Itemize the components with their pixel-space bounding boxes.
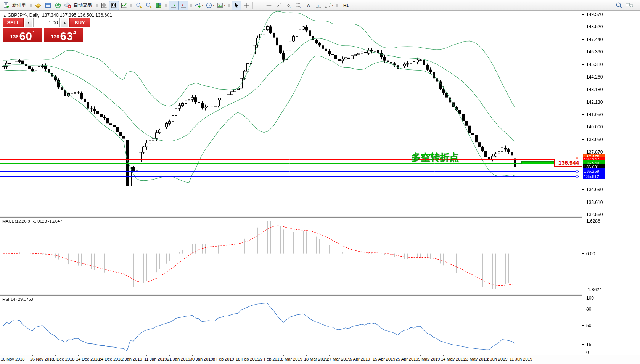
price-tick: 132.560 [582,212,603,217]
date-tick-mark [55,355,56,356]
date-tick-mark [78,355,79,356]
date-tick-mark [443,355,444,356]
turning-point-annotation[interactable]: 多空转折点 [411,151,459,164]
date-label: 24 Dec 2018 [99,357,122,361]
rsi-tick: 15 [582,342,591,347]
market-watch-icon [35,2,42,9]
fibonacci-button[interactable]: F [294,1,304,10]
chat-button[interactable] [624,1,635,10]
macd-canvas[interactable] [0,218,582,294]
text-button[interactable]: A [304,1,314,10]
indicators-button[interactable]: ▾ [193,1,204,10]
rsi-canvas[interactable] [0,296,582,355]
date-tick-mark [375,355,375,356]
timeframe-button-H1[interactable]: H1 [340,1,352,10]
zoom-out-button[interactable] [144,1,154,10]
date-label: 26 Nov 2018 [30,357,54,361]
collapse-arrow-icon[interactable]: ▲ [3,14,6,18]
date-label: 18 Mar 2019 [304,357,328,361]
auto-trading-label[interactable]: 自动交易 [74,2,92,8]
templates-button[interactable]: ▾ [215,1,227,10]
date-tick-mark [512,355,512,356]
vertical-line-icon [256,2,262,8]
bar-chart-button[interactable] [99,1,109,10]
toolbar-grip [165,2,167,9]
price-callout-box[interactable]: 136.944 [554,159,584,167]
auto-trading-icon [64,2,72,9]
price-tick: 148.520 [582,24,603,29]
macd-panel[interactable]: MACD(12,26,9) -1.0628 -1.2647 [0,218,582,294]
buy-button[interactable]: BUY [69,18,90,27]
date-label: 14 May 2019 [441,357,465,361]
rsi-panel[interactable]: RSI(14) 29.1753 [0,296,582,355]
data-window-button[interactable] [43,1,53,10]
horizontal-line-button[interactable] [264,1,274,10]
date-label: 21 Jan 2019 [167,357,190,361]
market-watch-button[interactable] [33,1,43,10]
auto-scroll-button[interactable] [169,1,178,10]
buy-price[interactable]: 136 63 4 [44,28,83,42]
toolbar-separator [252,2,253,9]
date-tick-mark [283,355,284,356]
arrows-button[interactable]: ▾ [323,1,334,10]
date-tick-mark [238,355,238,356]
price-tick: 141.050 [582,112,603,117]
zoom-in-button[interactable] [134,1,144,10]
macd-values: -1.0628 -1.2647 [32,219,62,223]
vertical-line-button[interactable] [254,1,264,10]
date-label: 27 Feb 2019 [258,357,282,361]
price-scale[interactable]: 149.570148.520147.440146.390145.310144.2… [582,11,640,355]
text-icon: A [306,2,312,8]
cursor-button[interactable] [232,1,241,10]
date-label: 18 Feb 2019 [236,357,259,361]
price-chart-panel[interactable]: ▲GBPJPY-, Daily 137.340 137.395 136.501 … [0,11,582,216]
support-highlight-segment[interactable] [521,161,554,164]
date-label: 8 Feb 2019 [213,357,234,361]
date-tick-mark [215,355,215,356]
indicators-icon [195,2,201,9]
date-tick-mark [489,355,489,356]
navigator-button[interactable] [53,1,63,10]
volume-down-button[interactable]: ▼ [25,18,32,27]
toolbar: 新订单 自动交易 [0,0,640,11]
equidistant-channel-icon: E [285,2,292,9]
toolbar-grip [130,2,132,9]
macd-min-tick: -1.8624 [582,287,602,292]
sell-price[interactable]: 136 60 1 [3,28,42,42]
channel-button[interactable]: E [284,1,294,10]
price-tick: 142.130 [582,99,603,105]
text-label-icon: T [315,2,322,9]
date-tick-mark [466,355,466,356]
sell-button[interactable]: SELL [3,18,24,27]
new-order-button[interactable] [2,1,11,10]
text-label-button[interactable]: T [314,1,323,10]
new-order-icon [3,2,10,9]
tile-windows-button[interactable] [154,1,164,10]
date-axis[interactable]: 16 Nov 201826 Nov 20185 Dec 201814 Dec 2… [0,355,640,364]
date-label: 5 Dec 2018 [53,357,74,361]
chart-shift-button[interactable] [178,1,188,10]
new-order-label[interactable]: 新订单 [12,2,26,8]
svg-text:F: F [300,6,302,9]
volume-up-button[interactable]: ▲ [61,18,68,27]
date-label: 11 Jan 2019 [144,357,167,361]
candlestick-chart-button[interactable] [109,1,119,10]
periods-button[interactable]: ▾ [204,1,215,10]
date-label: 2 Jan 2019 [121,357,142,361]
search-icon [616,2,622,9]
price-tick: 138.950 [582,137,603,142]
rsi-tick: 50 [582,323,591,328]
volume-input[interactable] [33,18,60,27]
macd-zero-tick: 0.00 [582,251,595,257]
one-click-trade-panel: SELL ▼ ▲ BUY 136 60 1 136 63 4 [3,18,83,42]
macd-label: MACD(12,26,9) -1.0628 -1.2647 [2,219,62,223]
date-tick-mark [420,355,421,356]
search-button[interactable] [614,1,624,10]
line-chart-button[interactable] [119,1,129,10]
price-chart-canvas[interactable] [0,11,582,216]
trendline-button[interactable] [274,1,284,10]
auto-trading-button[interactable] [63,1,73,10]
price-tick: 134.690 [582,187,603,192]
clock-icon [206,2,212,9]
crosshair-button[interactable] [241,1,251,10]
